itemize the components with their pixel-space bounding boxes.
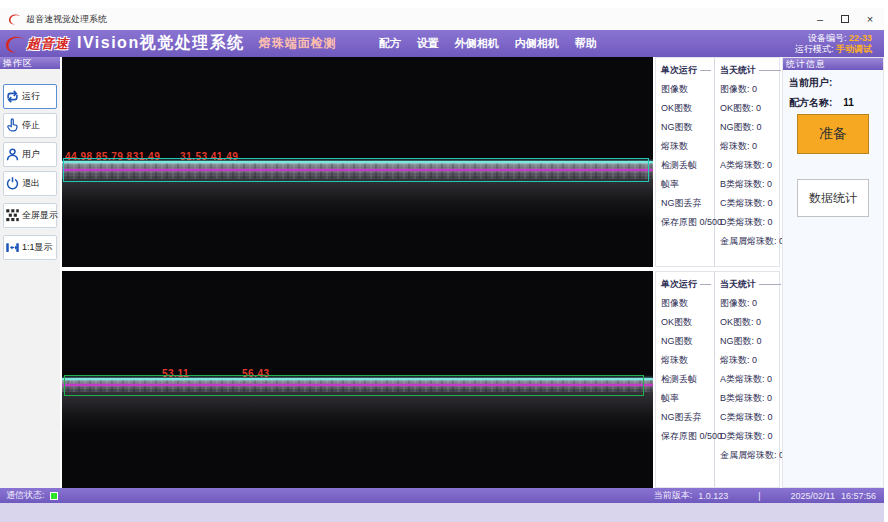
stat-row: 金属屑熔珠数: 0 [720,235,784,254]
data-statistics-button[interactable]: 数据统计 [797,179,869,217]
roi-rectangle [64,375,644,396]
info-panel: 统计信息 当前用户: 配方名称: 11 准备 数据统计 [782,57,884,488]
today-title: 当天统计 [720,64,756,77]
stop-button-label: 停止 [22,119,40,132]
main-menu: 配方 设置 外侧相机 内侧相机 帮助 [379,36,597,51]
page-subtitle: 熔珠端面检测 [259,35,337,52]
today-title: 当天统计 [720,278,756,291]
recipe-name-value: 11 [843,97,854,108]
one-to-one-icon [5,240,20,255]
stat-row: 检测丢帧 [661,373,714,392]
stat-row: OK图数: 0 [720,316,784,335]
stat-row: B类熔珠数: 0 [720,178,784,197]
roi-rectangle [63,158,649,182]
version-label: 当前版本: [654,489,693,502]
stat-row: 图像数 [661,297,714,316]
fullscreen-button-label: 全屏显示 [22,209,58,222]
brand-swoosh-icon [3,34,27,54]
user-button[interactable]: 用户 [3,142,57,167]
app-header: 超音速 IVision视觉处理系统 熔珠端面检测 配方 设置 外侧相机 内侧相机… [0,30,884,57]
stat-row: 帧率 [661,392,714,411]
stat-row: D类熔珠数: 0 [720,216,784,235]
stat-row: 熔珠数 [661,354,714,373]
current-user-label: 当前用户: [789,77,832,88]
stat-row: NG图数: 0 [720,121,784,140]
status-bar: 通信状态: 当前版本: 1.0.123 | 2025/02/11 16:57:5… [0,488,884,503]
window-right-margin [884,0,888,522]
beam-glow [62,392,653,434]
run-mode-label: 运行模式: [795,44,834,54]
restore-icon[interactable] [837,11,853,27]
today-column: 当天统计 图像数: 0 OK图数: 0 NG图数: 0 熔珠数: 0 A类熔珠数… [715,58,784,266]
exit-button[interactable]: 退出 [3,171,57,196]
run-button[interactable]: 运行 [3,84,57,109]
close-icon[interactable]: × [862,11,878,27]
version-value: 1.0.123 [698,491,728,501]
stat-row: 熔珠数: 0 [720,140,784,159]
stat-row: 检测丢帧 [661,159,714,178]
status-divider: | [758,491,760,501]
info-panel-caption: 统计信息 [783,58,883,70]
device-number-value: 22-33 [849,33,872,43]
menu-item-outer-camera[interactable]: 外侧相机 [455,36,499,51]
desktop-strip [0,503,888,522]
brand-logo: 超音速 [3,34,69,54]
stat-row: 帧率 [661,178,714,197]
menu-item-settings[interactable]: 设置 [417,36,439,51]
today-column: 当天统计 图像数: 0 OK图数: 0 NG图数: 0 熔珠数: 0 A类熔珠数… [715,272,784,487]
stat-row: A类熔珠数: 0 [720,373,784,392]
menu-item-recipe[interactable]: 配方 [379,36,401,51]
stat-row: C类熔珠数: 0 [720,197,784,216]
stat-row: 保存原图 0/500 [661,216,714,235]
stat-row: OK图数: 0 [720,102,784,121]
stat-row: OK图数 [661,316,714,335]
stat-row: C类熔珠数: 0 [720,411,784,430]
user-icon [5,147,20,162]
sidebar-caption: 操作区 [0,57,60,69]
stat-row: 金属屑熔珠数: 0 [720,449,784,468]
camera-view-inner[interactable]: 53.11 56.43 [62,271,653,488]
stat-row: 图像数 [661,83,714,102]
hand-stop-icon [5,118,20,133]
stop-button[interactable]: 停止 [3,113,57,138]
single-run-title: 单次运行 [661,64,697,77]
status-date: 2025/02/11 [791,491,835,501]
operation-sidebar: 操作区 运行 停止 用户 退出 [0,57,60,488]
exit-button-label: 退出 [22,177,40,190]
stat-row: NG图数 [661,121,714,140]
page-title: IVision视觉处理系统 [77,33,245,54]
fullscreen-grid-icon [5,208,20,223]
camera-view-outer[interactable]: 44.98 85.79 831.49 31.53 41.49 [62,57,653,267]
stat-row: OK图数 [661,102,714,121]
run-mode-value: 手动调试 [836,44,872,54]
stat-row: NG图数: 0 [720,335,784,354]
stat-row: 熔珠数 [661,140,714,159]
menu-item-inner-camera[interactable]: 内侧相机 [515,36,559,51]
stat-row: NG图丢弃 [661,411,714,430]
menu-item-help[interactable]: 帮助 [575,36,597,51]
stat-row: 熔珠数: 0 [720,354,784,373]
device-info: 设备编号: 22-33 运行模式: 手动调试 [795,33,872,55]
stat-row: 保存原图 0/500 [661,430,714,449]
comm-status-label: 通信状态: [6,489,45,502]
power-icon [5,176,20,191]
stats-panel-bottom: 单次运行 图像数 OK图数 NG图数 熔珠数 检测丢帧 帧率 NG图丢弃 保存原… [655,271,780,488]
stat-row: A类熔珠数: 0 [720,159,784,178]
minimize-icon[interactable]: – [812,11,828,27]
stat-row: B类熔珠数: 0 [720,392,784,411]
stat-row: 图像数: 0 [720,297,784,316]
fullscreen-button[interactable]: 全屏显示 [3,203,57,228]
status-time: 16:57:56 [841,491,876,501]
window-title: 超音速视觉处理系统 [26,13,107,26]
one-to-one-button[interactable]: 1:1显示 [3,235,57,260]
stat-row: NG图丢弃 [661,197,714,216]
stat-row: NG图数 [661,335,714,354]
brand-name: 超音速 [27,35,69,53]
beam-glow [62,179,653,221]
recipe-name-label: 配方名称: [789,97,832,108]
user-button-label: 用户 [22,148,40,161]
stat-row: 图像数: 0 [720,83,784,102]
app-logo-icon [8,13,21,26]
stats-panel-top: 单次运行 图像数 OK图数 NG图数 熔珠数 检测丢帧 帧率 NG图丢弃 保存原… [655,57,780,267]
prepare-button[interactable]: 准备 [797,114,869,154]
